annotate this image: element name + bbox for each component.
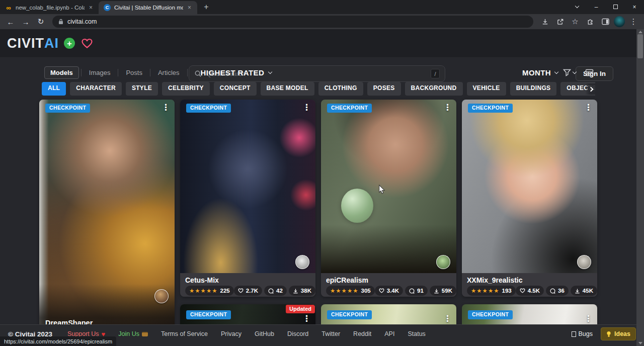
model-card-xxmix-9realistic[interactable]: CHECKPOINT ⋮ XXMix_9realistic ★★★★★ 193 … bbox=[462, 100, 597, 297]
likes-count: 2.7K bbox=[246, 288, 258, 294]
lock-icon bbox=[58, 19, 63, 25]
browser-tab-colab[interactable]: ∞ new_colab_file.ipynb - Colaborat × bbox=[0, 1, 99, 14]
browser-menu-icon[interactable]: ⋮ bbox=[627, 15, 640, 28]
card-menu-icon[interactable]: ⋮ bbox=[584, 103, 593, 112]
tab-search-chevron-icon[interactable] bbox=[568, 0, 587, 14]
favorites-heart-icon[interactable] bbox=[81, 38, 93, 49]
browser-tab-civitai[interactable]: C Civitai | Stable Diffusion models, × bbox=[99, 1, 197, 14]
reload-button[interactable]: ↻ bbox=[34, 15, 47, 28]
tab-images[interactable]: Images bbox=[84, 67, 116, 78]
ideas-button[interactable]: Ideas bbox=[601, 327, 636, 340]
back-button[interactable]: ← bbox=[4, 15, 17, 28]
footer-link-github[interactable]: GitHub bbox=[255, 330, 274, 337]
category-vehicle[interactable]: VEHICLE bbox=[467, 82, 506, 96]
address-bar[interactable]: civitai.com bbox=[52, 16, 533, 28]
bookmark-star-icon[interactable]: ☆ bbox=[569, 15, 582, 28]
model-card-dreamshaper[interactable]: CHECKPOINT ⋮ DreamShaper bbox=[39, 100, 175, 332]
filter-dropdown[interactable] bbox=[563, 69, 576, 76]
footer-link-api[interactable]: API bbox=[384, 330, 394, 337]
checkpoint-badge[interactable]: CHECKPOINT bbox=[327, 310, 372, 319]
divider bbox=[150, 69, 150, 76]
period-label: MONTH bbox=[522, 68, 551, 77]
profile-avatar[interactable] bbox=[614, 16, 625, 27]
likes-count: 3.4K bbox=[387, 288, 399, 294]
bugs-button[interactable]: Bugs bbox=[572, 330, 593, 337]
page-scrollbar[interactable] bbox=[636, 29, 644, 346]
layout-rows-icon bbox=[585, 69, 594, 76]
stat-group: 2.7K 42 38K bbox=[234, 286, 315, 296]
footer-link-reddit[interactable]: Reddit bbox=[353, 330, 371, 337]
footer-link-join-us[interactable]: Join Us bbox=[118, 330, 148, 337]
window-close-button[interactable]: × bbox=[625, 0, 644, 14]
extensions-puzzle-icon[interactable] bbox=[584, 15, 597, 28]
footer-link-discord[interactable]: Discord bbox=[287, 330, 308, 337]
chevron-down-icon bbox=[268, 70, 272, 74]
chevron-down-icon bbox=[573, 70, 577, 74]
creator-avatar[interactable] bbox=[154, 289, 169, 303]
category-style[interactable]: STYLE bbox=[126, 82, 158, 96]
category-character[interactable]: CHARACTER bbox=[70, 82, 122, 96]
new-tab-button[interactable]: + bbox=[200, 1, 212, 13]
card-menu-icon[interactable]: ⋮ bbox=[584, 314, 593, 323]
period-dropdown[interactable]: MONTH bbox=[522, 68, 558, 77]
heart-icon bbox=[238, 288, 244, 293]
close-tab-icon[interactable]: × bbox=[88, 4, 94, 11]
footer-right-actions: Bugs Ideas bbox=[572, 327, 636, 340]
card-menu-icon[interactable]: ⋮ bbox=[302, 103, 311, 112]
checkpoint-badge[interactable]: CHECKPOINT bbox=[468, 104, 513, 113]
card-menu-icon[interactable]: ⋮ bbox=[443, 103, 452, 112]
window-restore-button[interactable] bbox=[606, 0, 625, 14]
card-menu-icon[interactable]: ⋮ bbox=[162, 103, 170, 112]
creator-avatar[interactable] bbox=[436, 255, 450, 269]
category-all[interactable]: ALL bbox=[42, 82, 66, 96]
checkpoint-badge[interactable]: CHECKPOINT bbox=[186, 104, 231, 113]
rating-pill: ★★★★★ 305 bbox=[326, 286, 375, 296]
footer-link-privacy[interactable]: Privacy bbox=[221, 330, 242, 337]
forward-button[interactable]: → bbox=[19, 15, 32, 28]
filter-funnel-icon bbox=[563, 69, 571, 76]
comments-pill: 36 bbox=[546, 286, 569, 296]
side-panel-icon[interactable] bbox=[599, 15, 612, 28]
category-buildings[interactable]: BUILDINGS bbox=[510, 82, 557, 96]
sort-label: HIGHEST RATED bbox=[201, 68, 265, 77]
category-base-model[interactable]: BASE MODEL bbox=[261, 82, 314, 96]
category-clothing[interactable]: CLOTHING bbox=[318, 82, 363, 96]
footer-link-terms[interactable]: Terms of Service bbox=[161, 330, 208, 337]
checkpoint-badge[interactable]: CHECKPOINT bbox=[45, 104, 90, 113]
downloads-count: 45K bbox=[583, 288, 593, 294]
creator-avatar[interactable] bbox=[577, 255, 591, 269]
creator-avatar[interactable] bbox=[295, 255, 309, 269]
download-icon bbox=[575, 288, 580, 294]
model-card-cetus-mix[interactable]: CHECKPOINT ⋮ Cetus-Mix ★★★★★ 225 2.7K 42 bbox=[180, 100, 315, 297]
scroll-up-arrow[interactable] bbox=[638, 31, 642, 33]
bug-icon bbox=[572, 331, 576, 337]
checkpoint-badge[interactable]: CHECKPOINT bbox=[327, 104, 372, 113]
download-icon[interactable] bbox=[538, 15, 551, 28]
card-menu-icon[interactable]: ⋮ bbox=[443, 314, 452, 323]
layout-toggle-button[interactable] bbox=[585, 69, 594, 76]
checkpoint-badge[interactable]: CHECKPOINT bbox=[468, 310, 513, 319]
civitai-logo[interactable]: CIVIT AI bbox=[7, 36, 59, 51]
category-concept[interactable]: CONCEPT bbox=[214, 82, 257, 96]
model-title: epiCRealism bbox=[326, 276, 451, 284]
close-tab-icon[interactable]: × bbox=[187, 4, 192, 11]
scroll-down-arrow[interactable] bbox=[638, 342, 642, 344]
category-background[interactable]: BACKGROUND bbox=[405, 82, 463, 96]
card-stats: ★★★★★ 225 2.7K 42 38K bbox=[185, 286, 310, 296]
tab-articles[interactable]: Articles bbox=[152, 67, 185, 78]
footer-link-twitter[interactable]: Twitter bbox=[321, 330, 340, 337]
share-icon[interactable] bbox=[553, 15, 567, 28]
tab-models[interactable]: Models bbox=[44, 66, 79, 79]
sort-dropdown[interactable]: HIGHEST RATED bbox=[201, 68, 272, 77]
create-plus-button[interactable]: + bbox=[64, 38, 75, 49]
footer-link-status[interactable]: Status bbox=[408, 330, 425, 337]
checkpoint-badge[interactable]: CHECKPOINT bbox=[186, 310, 231, 319]
category-poses[interactable]: POSES bbox=[367, 82, 401, 96]
window-minimize-button[interactable]: – bbox=[587, 0, 606, 14]
scrollbar-thumb[interactable] bbox=[637, 34, 643, 58]
card-menu-icon[interactable]: ⋮ bbox=[302, 314, 311, 323]
tab-posts[interactable]: Posts bbox=[120, 67, 148, 78]
categories-scroll-right-button[interactable] bbox=[585, 83, 596, 95]
category-celebrity[interactable]: CELEBRITY bbox=[162, 82, 210, 96]
model-card-epicrealism[interactable]: CHECKPOINT ⋮ epiCRealism ★★★★★ 305 3.4K … bbox=[321, 100, 456, 297]
